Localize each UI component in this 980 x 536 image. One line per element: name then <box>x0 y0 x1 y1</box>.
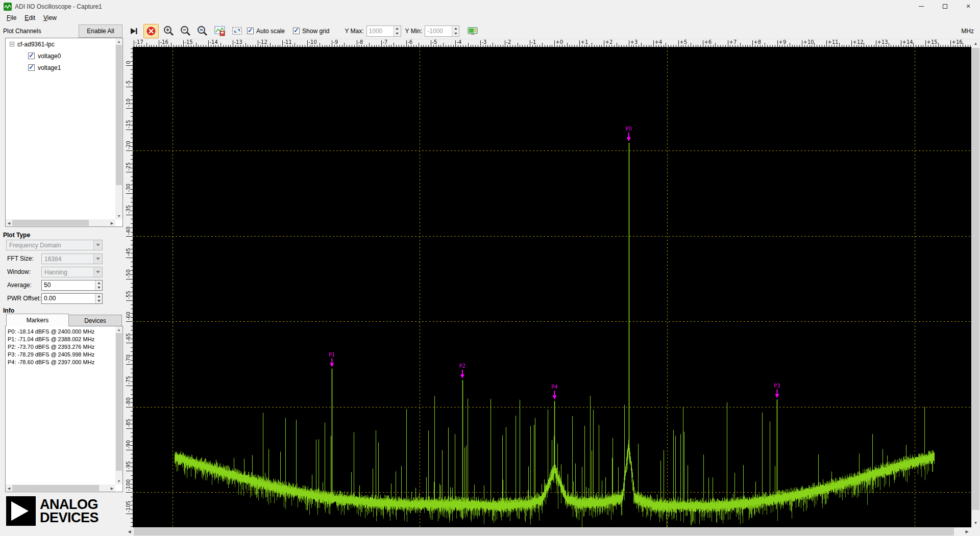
spectrum-plot[interactable] <box>133 47 971 527</box>
fit-plot-button[interactable] <box>231 24 243 37</box>
app-window: ADI IIO Oscilloscope - Capture1 ✕ File E… <box>0 0 980 536</box>
scroll-left-icon[interactable]: ◀ <box>125 527 134 536</box>
plot-vertical-scrollbar[interactable]: ▲ ▼ <box>971 39 980 527</box>
close-icon: ✕ <box>966 3 970 10</box>
window-select[interactable]: Hanning <box>41 267 103 277</box>
fft-size-value: 16384 <box>42 256 93 263</box>
average-label: Average: <box>7 280 32 291</box>
plot-type-value: Frequency Domain <box>7 242 93 249</box>
markers-list: P0: -18.14 dBFS @ 2400.000 MHz P1: -71.0… <box>5 326 123 492</box>
spin-up-icon[interactable] <box>452 26 459 31</box>
tree-hscroll-thumb[interactable] <box>12 220 89 226</box>
marker-list-item[interactable]: P3: -78.29 dBFS @ 2405.998 MHz <box>6 350 122 358</box>
minimize-button[interactable] <box>910 0 933 13</box>
marker-list-item[interactable]: P4: -78.60 dBFS @ 2397.000 MHz <box>6 358 122 366</box>
plot-vscroll-thumb[interactable] <box>972 48 979 510</box>
auto-scale-checkbox[interactable] <box>247 28 254 34</box>
axis-unit-label: MHz <box>961 28 974 35</box>
close-button[interactable]: ✕ <box>957 0 980 13</box>
scroll-down-icon[interactable]: ▼ <box>115 213 122 219</box>
spin-up-icon[interactable] <box>95 280 102 286</box>
menu-view[interactable]: View <box>39 13 61 22</box>
window-value: Hanning <box>42 269 93 276</box>
zoom-out-button[interactable] <box>179 24 192 37</box>
tree-vertical-scrollbar[interactable]: ▲ ▼ <box>115 38 122 219</box>
y-min-value: -1000 <box>425 26 452 36</box>
plot-type-section-title: Plot Type <box>3 232 30 239</box>
average-value: 50 <box>42 280 95 290</box>
scroll-up-icon[interactable]: ▲ <box>971 39 980 48</box>
plot-region: ▲ ▼ ◀ ▶ <box>125 39 980 536</box>
y-max-spinner <box>394 26 401 36</box>
plot-horizontal-scrollbar[interactable]: ◀ ▶ <box>125 527 971 536</box>
spin-up-icon[interactable] <box>95 294 102 299</box>
zoom-in-button[interactable] <box>162 24 175 37</box>
enable-all-button[interactable]: Enable All <box>79 24 122 38</box>
pwr-offset-input[interactable]: 0.00 <box>41 293 103 304</box>
markers-vertical-scrollbar[interactable]: ▲ ▼ <box>115 326 122 484</box>
voltage0-label: voltage0 <box>38 53 61 60</box>
fft-size-select[interactable]: 16384 <box>41 253 103 264</box>
tree-vscroll-thumb[interactable] <box>116 45 122 185</box>
save-plot-button[interactable] <box>214 26 225 36</box>
scroll-right-icon[interactable]: ▶ <box>109 484 115 492</box>
spin-down-icon[interactable] <box>452 31 459 36</box>
spin-down-icon[interactable] <box>95 286 102 291</box>
tree-horizontal-scrollbar[interactable]: ◀ ▶ <box>6 219 115 226</box>
chevron-down-icon <box>93 254 102 264</box>
marker-list-item[interactable]: P1: -71.04 dBFS @ 2388.002 MHz <box>6 335 122 343</box>
scroll-right-icon[interactable]: ▶ <box>109 219 115 226</box>
device-settings-button[interactable] <box>468 27 478 36</box>
scroll-left-icon[interactable]: ◀ <box>6 484 12 492</box>
stop-capture-button[interactable] <box>143 24 159 38</box>
scroll-right-icon[interactable]: ▶ <box>963 527 971 536</box>
capture-step-button[interactable] <box>129 27 138 36</box>
average-spinner <box>95 280 102 290</box>
analog-devices-logo: ANALOG DEVICES <box>6 496 99 526</box>
scroll-up-icon[interactable]: ▲ <box>115 326 122 333</box>
voltage1-checkbox[interactable] <box>28 64 35 71</box>
adi-logo-mark <box>6 496 36 526</box>
y-max-value: 1000 <box>367 26 394 36</box>
logo-line-analog: ANALOG <box>40 498 99 511</box>
spin-down-icon[interactable] <box>95 299 102 304</box>
voltage0-checkbox[interactable] <box>28 53 35 59</box>
menu-edit[interactable]: Edit <box>20 13 39 22</box>
voltage1-label: voltage1 <box>38 64 61 71</box>
toolbar: Auto scale Show grid Y Max: 1000 Y Min: … <box>125 23 980 39</box>
chevron-down-icon <box>93 267 102 277</box>
pwr-offset-spinner <box>95 294 102 303</box>
scroll-left-icon[interactable]: ◀ <box>6 219 12 226</box>
show-grid-checkbox[interactable] <box>293 28 300 34</box>
chevron-down-icon <box>93 240 102 250</box>
plot-hscroll-thumb[interactable] <box>134 528 954 535</box>
y-min-input[interactable]: -1000 <box>425 25 459 37</box>
auto-scale-label: Auto scale <box>256 28 285 35</box>
show-grid-label: Show grid <box>302 28 329 35</box>
y-max-input[interactable]: 1000 <box>366 25 401 37</box>
collapse-icon[interactable] <box>10 42 14 46</box>
markers-hscroll-thumb[interactable] <box>12 485 99 491</box>
zoom-fit-button[interactable] <box>196 24 209 37</box>
auto-scale-checkbox-group: Auto scale <box>247 28 285 35</box>
markers-horizontal-scrollbar[interactable]: ◀ ▶ <box>6 484 115 492</box>
titlebar: ADI IIO Oscilloscope - Capture1 ✕ <box>0 0 980 13</box>
maximize-button[interactable] <box>933 0 957 13</box>
window-label: Window: <box>7 267 31 277</box>
scroll-down-icon[interactable]: ▼ <box>115 478 122 484</box>
spin-down-icon[interactable] <box>394 31 401 36</box>
menu-file[interactable]: File <box>3 13 20 22</box>
marker-list-item[interactable]: P2: -73.70 dBFS @ 2393.276 MHz <box>6 343 122 350</box>
plot-type-select[interactable]: Frequency Domain <box>6 240 103 250</box>
markers-vscroll-thumb[interactable] <box>116 333 122 471</box>
marker-list-item[interactable]: P0: -18.14 dBFS @ 2400.000 MHz <box>6 327 122 335</box>
scroll-up-icon[interactable]: ▲ <box>115 38 122 45</box>
average-input[interactable]: 50 <box>41 280 103 291</box>
amplitude-ruler <box>125 47 133 527</box>
spin-up-icon[interactable] <box>394 26 401 31</box>
tab-markers[interactable]: Markers <box>6 314 69 326</box>
tree-device-row[interactable]: cf-ad9361-lpc <box>6 38 122 50</box>
scroll-down-icon[interactable]: ▼ <box>971 519 980 527</box>
pwr-offset-label: PWR Offset: <box>7 293 41 304</box>
tab-devices[interactable]: Devices <box>68 315 122 326</box>
